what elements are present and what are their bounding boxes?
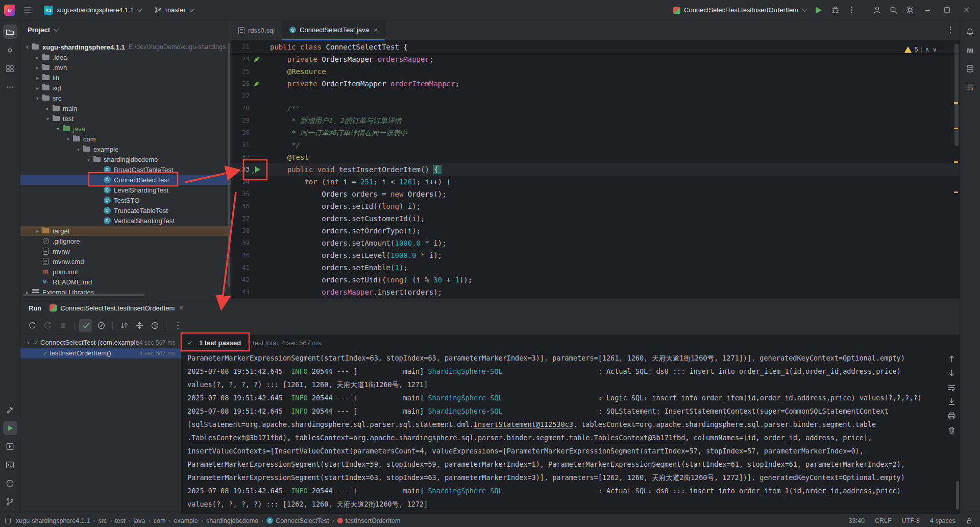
run-tool-button[interactable] (3, 421, 17, 435)
project-tree-item-TruncateTableTest[interactable]: CTruncateTableTest (20, 205, 231, 215)
code-line-43[interactable]: 43 ordersMapper.insert(orders); (231, 286, 960, 298)
project-tree-item-target[interactable]: ▸target (20, 226, 231, 236)
console-scrollbar[interactable] (956, 481, 959, 510)
spring-bean-icon[interactable] (254, 57, 259, 62)
project-tree-item-main[interactable]: ▸main (20, 103, 231, 113)
project-tree-item-VerticalShardingTest[interactable]: CVerticalShardingTest (20, 215, 231, 226)
line-number[interactable]: 33 (231, 163, 250, 176)
code-line-36[interactable]: 36 orders.setId((long) i); (231, 200, 960, 212)
code-line-28[interactable]: 28 /** (231, 102, 960, 114)
chevron-right-icon[interactable]: ▸ (34, 75, 41, 81)
chevron-down-icon[interactable]: ▾ (64, 136, 72, 142)
code-line-32[interactable]: 32 @Test (231, 151, 960, 163)
chevron-up-icon[interactable]: ∧ (925, 43, 929, 56)
code-line-31[interactable]: 31 */ (231, 139, 960, 151)
close-icon[interactable]: × (374, 26, 378, 34)
branch-widget[interactable]: master (150, 3, 197, 17)
editor-gutter[interactable]: 40 (231, 249, 270, 261)
chevron-down-icon[interactable]: ▾ (23, 44, 31, 50)
test-tree-item-ConnectSelectTest-com-example-sh[interactable]: ▾✓ConnectSelectTest (com.example.sh4 sec… (20, 337, 181, 348)
database-tool-button[interactable] (963, 61, 977, 76)
chevron-down-icon[interactable]: ∨ (933, 43, 937, 56)
chevron-right-icon[interactable]: ▸ (34, 55, 41, 60)
readonly-lock-button[interactable] (966, 517, 973, 524)
breadcrumb-item[interactable]: testInsertOrderItem (337, 517, 401, 524)
run-tab[interactable]: ConnectSelectTest.testInsertOrderItem × (50, 299, 183, 317)
code-line-38[interactable]: 38 orders.setOrderType(i); (231, 225, 960, 237)
close-button[interactable] (958, 3, 975, 18)
console-up-button[interactable] (945, 352, 958, 365)
editor-gutter[interactable]: 27 (231, 90, 270, 102)
duration-button[interactable] (148, 319, 161, 332)
project-tree-item-xugu-shardingsphere4.1.1[interactable]: ▾xugu-shardingsphere4.1.1E:\dev\XuguDemo… (20, 42, 231, 52)
statusbar-item[interactable]: 33:40 (849, 517, 865, 524)
project-tree-item-com[interactable]: ▾com (20, 134, 231, 144)
editor-gutter[interactable]: 37 (231, 212, 270, 225)
code-line-25[interactable]: 25 @Resource (231, 65, 960, 78)
editor-gutter[interactable]: 32 (231, 151, 270, 163)
project-tree-item-LevelShardingTest[interactable]: CLevelShardingTest (20, 185, 231, 195)
project-tree-item-pom.xml[interactable]: mpom.xml (20, 267, 231, 277)
chevron-right-icon[interactable]: ▸ (34, 85, 41, 91)
main-menu-button[interactable] (20, 3, 35, 17)
project-tree-item-ConnectSelectTest[interactable]: CConnectSelectTest (20, 175, 231, 185)
breadcrumb-item[interactable]: shardingjdbcdemo (206, 517, 258, 524)
code-line-41[interactable]: 41 orders.setEnable(1); (231, 261, 960, 274)
editor-code-area[interactable]: 5 ∧ ∨ 21public class ConnectSelectTest {… (231, 41, 960, 299)
project-tree-item-sql[interactable]: ▸sql (20, 83, 231, 93)
code-line-37[interactable]: 37 orders.setCustomerId(i); (231, 212, 960, 225)
code-line-29[interactable]: 29 * 新增用户1、2的订单与订单详情 (231, 114, 960, 127)
editor-gutter[interactable]: 38 (231, 225, 270, 237)
editor-gutter[interactable]: 36 (231, 200, 270, 212)
code-line-34[interactable]: 34 for (int i = 251; i < 1261; i++) { (231, 176, 960, 188)
editor-gutter[interactable]: 24 (231, 53, 270, 65)
line-number[interactable]: 39 (231, 237, 250, 249)
console-down-button[interactable] (945, 367, 958, 379)
maximize-button[interactable] (938, 3, 955, 18)
code-line-35[interactable]: 35 Orders orders = new Orders(); (231, 188, 960, 200)
editor-gutter[interactable]: 33 (231, 163, 270, 176)
debug-button[interactable] (828, 3, 842, 17)
console-link[interactable]: InsertStatement@112530c3 (474, 420, 573, 428)
sort-button[interactable] (117, 319, 131, 332)
console-print-button[interactable] (945, 410, 958, 422)
editor-gutter[interactable]: 34 (231, 176, 270, 188)
console-clear-button[interactable] (945, 424, 958, 436)
vcs-tool-button[interactable] (3, 494, 17, 509)
editor-gutter[interactable]: 41 (231, 261, 270, 274)
chevron-down-icon[interactable]: ▾ (44, 116, 52, 122)
line-number[interactable]: 26 (231, 78, 250, 90)
code-line-27[interactable]: 27 (231, 90, 960, 102)
line-number[interactable]: 35 (231, 188, 250, 200)
line-number[interactable]: 38 (231, 225, 250, 237)
breadcrumb-item[interactable]: java (134, 517, 145, 524)
project-tree-item-TestSTO[interactable]: CTestSTO (20, 195, 231, 205)
chevron-down-icon[interactable]: ▾ (85, 157, 92, 162)
statusbar-item[interactable]: 4 spaces (930, 517, 955, 524)
project-tree-item-java[interactable]: ▾java (20, 124, 231, 134)
chevron-down-icon[interactable] (54, 27, 59, 32)
chevron-right-icon[interactable]: ▸ (34, 228, 41, 234)
breadcrumb-item[interactable]: src (98, 517, 107, 524)
code-line-24[interactable]: 24 private OrdersMapper ordersMapper; (231, 53, 960, 65)
run-panel-title[interactable]: Run (29, 304, 41, 312)
line-number[interactable]: 25 (231, 65, 250, 78)
line-number[interactable]: 41 (231, 261, 250, 274)
show-passed-button[interactable] (79, 319, 92, 332)
breadcrumb-item[interactable]: com (154, 517, 166, 524)
console-link[interactable]: TablesContext@3b171fbd (191, 434, 283, 442)
settings-button[interactable] (902, 3, 917, 17)
warning-stripe-mark[interactable] (954, 161, 958, 163)
console-link[interactable]: TablesContext@3b171fbd (594, 434, 685, 442)
editor-gutter[interactable]: 43 (231, 286, 270, 298)
breadcrumb-item[interactable]: CConnectSelectTest (266, 517, 329, 524)
code-line-30[interactable]: 30 * 同一订单和订单详情在同一张表中 (231, 127, 960, 139)
editor-gutter[interactable]: 25 (231, 65, 270, 78)
search-everywhere-button[interactable] (886, 3, 900, 17)
line-number[interactable]: 32 (231, 151, 250, 163)
project-tree-item-README.md[interactable]: M↓README.md (20, 277, 231, 287)
plugin-tool-button[interactable] (963, 80, 977, 94)
maven-tool-button[interactable]: m (963, 43, 977, 57)
line-number[interactable]: 24 (231, 53, 250, 65)
run-configuration-widget[interactable]: ConnectSelectTest.testInsertOrderItem (669, 3, 810, 17)
